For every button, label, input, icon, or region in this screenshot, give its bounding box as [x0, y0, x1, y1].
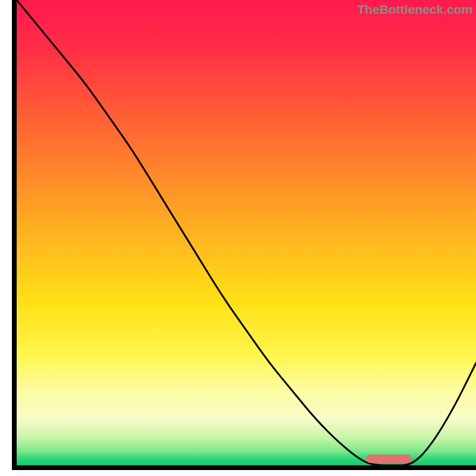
bottleneck-chart: TheBottleneck.com: [0, 0, 476, 476]
x-axis: [12, 465, 476, 470]
plot-area: [17, 0, 476, 465]
bottleneck-curve: [17, 0, 476, 465]
y-axis: [12, 0, 17, 470]
optimal-range-marker: [366, 455, 412, 463]
watermark-text: TheBottleneck.com: [357, 2, 472, 17]
